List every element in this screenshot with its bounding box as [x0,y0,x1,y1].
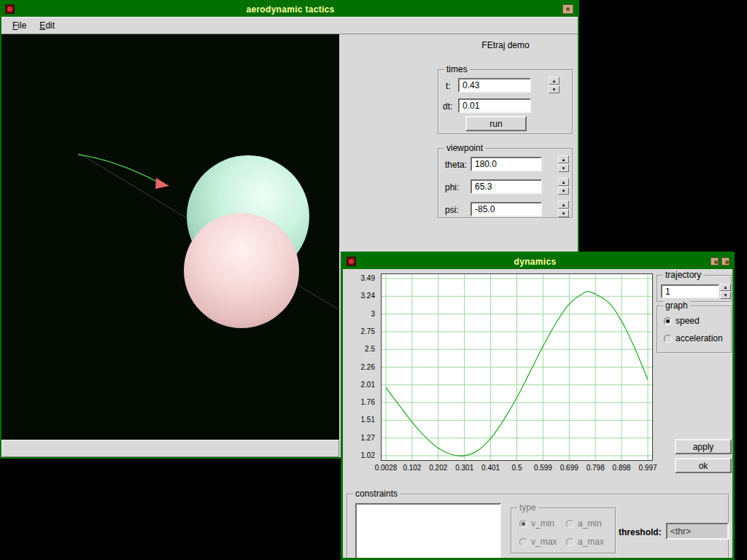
dynamics-window-title: dynamics [360,257,711,267]
psi-value: -85.0 [475,204,495,214]
graph-radio-group: speedacceleration [664,316,723,343]
x-tick-label: 0.599 [534,464,552,472]
arrow-down-icon: ▼ [562,189,566,193]
y-tick-label: 3.49 [361,274,375,282]
constraints-listbox[interactable] [355,503,501,558]
radio-label: speed [676,316,700,326]
menu-file[interactable]: File [6,18,33,33]
window-menu-button[interactable] [5,4,15,14]
theta-spinner: ▲ ▼ [558,155,569,172]
window-menu-button[interactable] [347,257,356,266]
radio-indicator-icon [664,317,672,325]
theta-spin-up-button[interactable]: ▲ [558,155,569,163]
y-tick-label: 3 [371,310,375,318]
t-spin-up-button[interactable]: ▲ [549,77,560,85]
radio-indicator-icon [566,538,574,546]
dt-label: dt: [443,101,452,112]
x-tick-label: 0.5 [512,464,522,472]
x-tick-label: 0.301 [455,464,473,472]
radio-indicator-icon [519,538,527,546]
x-axis-labels: 0.00280.1020.2020.3010.4010.50.5990.6990… [343,464,732,473]
maximize-icon[interactable] [721,257,729,265]
y-tick-label: 1.02 [361,451,375,459]
phi-value: 65.3 [475,182,492,192]
3d-viewport[interactable] [1,34,339,440]
t-spinner: ▲ ▼ [549,77,560,93]
arrow-up-icon: ▲ [562,180,566,184]
radio-speed[interactable]: speed [664,316,723,326]
trajectory-arrow-icon [155,178,169,189]
3d-scene [1,34,339,440]
status-bar [1,440,339,457]
phi-spin-down-button[interactable]: ▼ [558,187,569,195]
dt-input[interactable]: 0.01 [458,98,531,113]
radio-indicator-icon [664,335,672,343]
arrow-up-icon: ▲ [562,203,566,207]
trajectory-input[interactable]: 1 [661,284,719,298]
radio-indicator-icon [566,520,574,528]
threshold-label: threshold: [619,527,662,537]
x-tick-label: 0.699 [560,464,578,472]
t-value: 0.43 [462,80,479,90]
threshold-input[interactable]: <thr> [666,523,729,540]
phi-spin-up-button[interactable]: ▲ [558,178,569,186]
times-group: times t: 0.43 ▲ ▼ dt: 0.01 run [438,69,573,135]
constraints-group-label: constraints [353,489,400,499]
radio-v_min[interactable]: v_min [519,518,566,529]
ok-button[interactable]: ok [675,458,732,473]
y-tick-label: 2.26 [361,363,375,371]
graph-group: graph speedacceleration [657,306,732,354]
constraints-group: constraints type v_mina_minv_maxa_max th… [347,494,729,558]
theta-spin-down-button[interactable]: ▼ [558,164,569,172]
theta-input[interactable]: 180.0 [471,157,542,171]
x-tick-label: 0.798 [587,464,605,472]
psi-spin-down-button[interactable]: ▼ [558,209,569,217]
main-titlebar[interactable]: aerodynamic tactics [1,1,578,17]
psi-spinner: ▲ ▼ [558,201,569,217]
phi-input[interactable]: 65.3 [471,179,542,194]
sphere-front [184,213,299,328]
trajectory-value: 1 [665,287,670,297]
y-tick-label: 1.76 [361,398,375,406]
dynamics-window: dynamics 3.493.2432.752.52.262.011.761.5… [341,252,735,560]
threshold-value: <thr> [670,526,691,537]
psi-spin-up-button[interactable]: ▲ [558,201,569,209]
menu-file-rest: ile [18,20,26,31]
arrow-up-icon: ▲ [552,79,557,83]
window-icon[interactable] [562,4,573,14]
psi-label: psi: [445,205,459,215]
theta-label: theta: [445,160,467,170]
trajectory-spinner: ▲ ▼ [720,284,731,299]
y-tick-label: 2.5 [365,345,375,353]
trajectory-spin-up-button[interactable]: ▲ [720,284,731,291]
y-tick-label: 1.51 [361,416,375,424]
dynamics-titlebar[interactable]: dynamics [343,254,732,269]
psi-input[interactable]: -85.0 [471,202,542,217]
apply-button[interactable]: apply [675,439,732,454]
run-button[interactable]: run [465,116,527,131]
arrow-down-icon: ▼ [562,166,566,171]
radio-acceleration[interactable]: acceleration [664,333,723,343]
arrow-down-icon: ▼ [552,88,557,92]
y-tick-label: 1.27 [361,434,375,442]
desktop: { "icons": {"spinner_up": "▲", "spinner_… [0,0,747,560]
y-tick-label: 3.24 [361,292,375,300]
viewpoint-group-label: viewpoint [444,144,485,153]
radio-v_max[interactable]: v_max [519,537,566,547]
radio-a_max[interactable]: a_max [566,537,613,547]
t-input[interactable]: 0.43 [458,78,531,93]
t-spin-down-button[interactable]: ▼ [549,85,560,93]
radio-a_min[interactable]: a_min [566,518,613,529]
menu-edit[interactable]: Edit [33,18,61,33]
x-tick-label: 0.401 [481,464,500,472]
y-tick-label: 2.75 [361,327,375,335]
type-radio-group: v_mina_minv_maxa_max [519,518,613,547]
arrow-up-icon: ▲ [562,158,566,162]
theta-value: 180.0 [475,159,497,169]
x-tick-label: 0.102 [403,464,421,472]
radio-label: v_max [531,537,557,547]
iconify-icon[interactable] [711,257,719,265]
graph-group-label: graph [663,301,690,311]
radio-label: a_max [578,537,604,547]
trajectory-spin-down-button[interactable]: ▼ [720,292,731,299]
